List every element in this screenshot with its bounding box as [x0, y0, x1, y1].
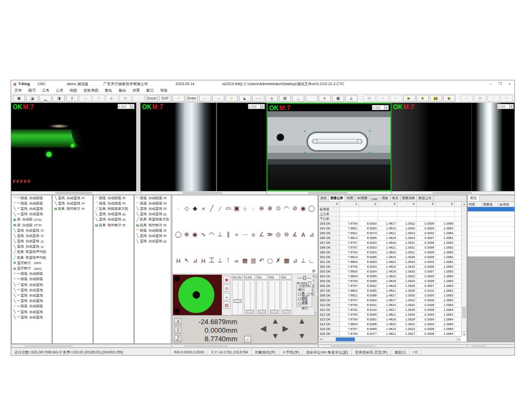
measurement-row[interactable]: 301 OK7.88008.50831.48201.09340.30401.09…: [319, 260, 461, 265]
tab-数据上传[interactable]: 数据上传: [417, 195, 434, 201]
camera-range-combo[interactable]: 1-212▾: [497, 104, 514, 109]
chevron-down-icon[interactable]: ▾: [260, 104, 264, 109]
focus-assist-button[interactable]: ∗: [319, 95, 331, 102]
tool-icon[interactable]: ∿: [200, 230, 207, 238]
status-section-7[interactable]: 世界坐标系 正交(关): [352, 349, 391, 355]
element-row[interactable]: [468, 217, 515, 222]
measurement-row[interactable]: 293 OK7.87968.50901.48171.09320.30981.09…: [319, 221, 461, 226]
h-scrollbar[interactable]: [140, 191, 267, 195]
curve-tool-button[interactable]: ∠: [345, 95, 358, 102]
element-row[interactable]: [468, 242, 515, 246]
tool-icon[interactable]: ⊿: [191, 257, 199, 265]
feature-row[interactable]: ◠***圆弧自动圆弧: [12, 201, 52, 206]
tool-icon[interactable]: ·: [174, 204, 182, 212]
tool-icon[interactable]: ▥: [250, 257, 257, 265]
feature-row[interactable]: ◠圆弧自动圆弧55: [135, 228, 171, 233]
measurement-row[interactable]: 298 OK7.87978.50931.48211.09310.30981.09…: [319, 245, 461, 250]
slider-track[interactable]: [232, 280, 243, 315]
tool-icon[interactable]: ▢: [266, 257, 274, 265]
tab-绘图[interactable]: 绘图: [345, 195, 355, 201]
tab-3D测量[interactable]: 3D测量: [355, 195, 370, 201]
grid-toggle-button[interactable]: ▨: [279, 95, 291, 102]
new-file-button[interactable]: ▣: [13, 95, 25, 102]
feature-row[interactable]: ◠***圆弧自动圆弧: [12, 277, 52, 282]
tool-icon[interactable]: ∥: [225, 230, 232, 238]
slider-thumb[interactable]: [258, 310, 266, 314]
measurement-row[interactable]: 314 OK7.88048.50881.48201.09310.30991.09…: [319, 322, 461, 327]
scroll-down-icon[interactable]: ▼: [462, 332, 467, 336]
tool-icon[interactable]: ⊥: [300, 257, 307, 265]
measurement-row[interactable]: 316 OK7.87968.50771.48211.09270.30981.09…: [319, 332, 461, 336]
element-row[interactable]: [468, 232, 515, 236]
tab-elements[interactable]: 图元: [468, 195, 480, 201]
measurement-row[interactable]: 296 OK7.88138.50861.48181.09330.30971.09…: [319, 236, 461, 241]
element-row[interactable]: [468, 237, 515, 242]
measurement-row[interactable]: 315 OK7.87978.50891.48191.09330.30981.09…: [319, 327, 461, 332]
element-row[interactable]: [468, 246, 515, 251]
h-scrollbar[interactable]: [392, 191, 515, 195]
undo-button[interactable]: ←: [199, 95, 211, 102]
menu-item-8[interactable]: 输出: [115, 88, 129, 93]
tool-icon[interactable]: ⊿: [291, 257, 299, 265]
tool-icon[interactable]: ⋯: [241, 230, 249, 238]
feature-row[interactable]: ╲直线自动直线34: [53, 201, 93, 206]
feature-row[interactable]: ╲直线自动直线55: [94, 217, 134, 223]
tolerance-row[interactable]: 标准值: [319, 207, 461, 212]
feature-row[interactable]: ╲直线自动直线55: [135, 239, 171, 244]
measurement-row[interactable]: 313 OK7.87998.50811.48181.09280.30991.09…: [319, 317, 461, 322]
tool-icon[interactable]: ◎: [275, 230, 282, 238]
feature-row[interactable]: ◠圆弧自动圆弧55: [135, 201, 171, 206]
measurement-row[interactable]: 299 OK7.87908.50931.48201.09310.30981.09…: [319, 250, 461, 255]
tool-icon[interactable]: ▦: [241, 257, 249, 265]
camera-range-combo[interactable]: 1-212▾: [118, 104, 135, 109]
menu-item-2[interactable]: 模式: [25, 88, 39, 93]
maximize-button[interactable]: ❐: [495, 81, 505, 87]
tool-icon[interactable]: ◠: [282, 204, 290, 212]
tool-icon[interactable]: ∟: [307, 257, 315, 265]
measurement-row[interactable]: 304 OK7.88098.50891.48201.09330.30991.09…: [319, 274, 461, 279]
slider-track[interactable]: [256, 280, 268, 315]
tool-icon[interactable]: 工: [208, 257, 216, 265]
feature-row[interactable]: ⊖直径标注15802: [12, 266, 52, 271]
feature-row[interactable]: H距离线性标注55: [94, 223, 134, 228]
chevron-down-icon[interactable]: ▾: [509, 104, 513, 109]
menu-item-1[interactable]: 文件: [11, 88, 25, 93]
zoom-tool-button[interactable]: ◎: [265, 95, 278, 102]
scroll-right-icon[interactable]: ►: [456, 337, 461, 342]
measurement-row[interactable]: 306 OK7.87978.50921.48181.09350.30971.09…: [319, 284, 461, 289]
element-row[interactable]: [468, 252, 515, 257]
h-scrollbar[interactable]: [11, 191, 136, 195]
master-slider[interactable]: [297, 276, 311, 280]
part-view-button[interactable]: ◨: [53, 95, 65, 102]
menu-item-11[interactable]: 帮助: [157, 88, 171, 93]
menu-item-5[interactable]: 绘图: [66, 88, 80, 93]
tool-icon[interactable]: ×: [200, 204, 207, 212]
tool-icon[interactable]: ◉: [300, 204, 307, 212]
camera-range-combo[interactable]: 1-212▾: [372, 105, 389, 110]
slider-thumb[interactable]: [246, 310, 254, 314]
tool-icon[interactable]: ↖: [183, 257, 191, 265]
half-light-button[interactable]: ◒: [223, 293, 230, 300]
tool-icon[interactable]: ∠: [257, 230, 265, 238]
tool-icon[interactable]: ⊥: [216, 257, 224, 265]
feature-row[interactable]: ╱距离两直线平均距: [12, 250, 52, 255]
tool-icon[interactable]: ⊥: [216, 230, 224, 238]
feature-row[interactable]: ╲直线自动直线15: [12, 233, 52, 238]
scroll-up-icon[interactable]: ▲: [462, 202, 467, 207]
tool-icon[interactable]: ○: [241, 204, 249, 212]
feature-row[interactable]: ╲直线自动直线55: [94, 212, 134, 217]
slider-thumb[interactable]: [270, 310, 278, 314]
open-file-button[interactable]: ◪: [26, 95, 38, 102]
element-row-selected[interactable]: [468, 207, 515, 212]
tool-icon[interactable]: ∞: [232, 257, 240, 265]
element-row[interactable]: [468, 227, 515, 232]
tool-icon[interactable]: ⊖: [282, 230, 290, 238]
measurement-row[interactable]: 302 OK7.87998.50931.48151.09330.30981.09…: [319, 265, 461, 269]
lasso-tool-button[interactable]: ◡: [292, 95, 304, 102]
tool-icon[interactable]: ◯: [174, 230, 182, 238]
draw-tool-button[interactable]: ∕: [172, 95, 185, 102]
tool-icon[interactable]: ▩: [282, 257, 290, 265]
blank-tool-button[interactable]: [305, 95, 318, 102]
feature-row[interactable]: ◠圆弧自动圆弧55: [135, 195, 171, 201]
slider-track[interactable]: [269, 280, 280, 315]
